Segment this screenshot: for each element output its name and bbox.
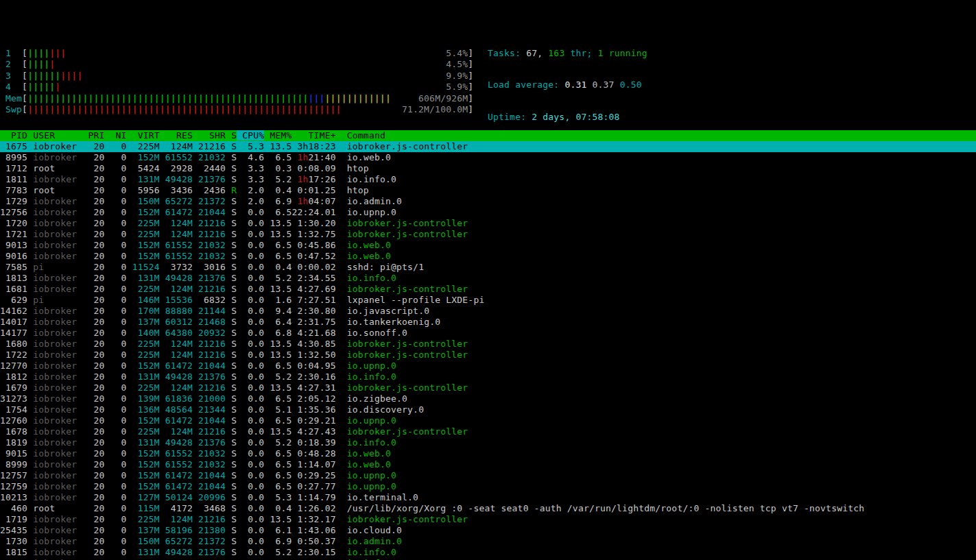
cell-shr: 21044 <box>193 481 226 491</box>
process-row[interactable]: 10213 iobroker 20 0 127M 50124 20996 S 0… <box>0 492 976 503</box>
cell-command: io.info.0 <box>347 372 396 382</box>
cell-mem: 6.9 <box>264 196 291 206</box>
process-row[interactable]: 12757 iobroker 20 0 152M 61472 21044 S 0… <box>0 470 976 481</box>
gap <box>336 361 347 371</box>
cell-user: iobroker <box>33 240 82 250</box>
cell-res: 48564 <box>160 404 193 415</box>
process-row[interactable]: 1730 iobroker 20 0 150M 65272 21372 S 0.… <box>0 536 976 547</box>
cell-user: iobroker <box>33 426 82 437</box>
process-row[interactable]: 9015 iobroker 20 0 152M 61552 21032 S 0.… <box>0 448 976 459</box>
cell-state: S <box>226 306 237 316</box>
process-row[interactable]: 1811 iobroker 20 0 131M 49428 21376 S 3.… <box>0 174 976 185</box>
cell-virt: 131M <box>127 547 160 557</box>
cell-user: iobroker <box>33 284 82 294</box>
process-row[interactable]: 1813 iobroker 20 0 131M 49428 21376 S 0.… <box>0 273 976 284</box>
process-row[interactable]: 1712 root 20 0 5424 2928 2440 S 3.3 0.3 … <box>0 163 976 174</box>
cell-cpu: 0.0 <box>237 393 264 404</box>
process-row[interactable]: 1681 iobroker 20 0 225M 124M 21216 S 0.0… <box>0 284 976 295</box>
process-row[interactable]: 14017 iobroker 20 0 137M 60312 21468 S 0… <box>0 317 976 328</box>
process-row[interactable]: 8995 iobroker 20 0 152M 61552 21032 S 4.… <box>0 152 976 163</box>
gap <box>336 152 347 162</box>
cell-cpu: 0.0 <box>237 525 264 535</box>
process-row[interactable]: 1722 iobroker 20 0 225M 124M 21216 S 0.0… <box>0 350 976 361</box>
cell-time: 0:29.25 <box>292 470 336 480</box>
process-row[interactable]: 7585 pi 20 0 11524 3732 3016 S 0.0 0.4 0… <box>0 262 976 273</box>
process-row[interactable]: 1680 iobroker 20 0 225M 124M 21216 S 0.0… <box>0 339 976 350</box>
cell-shr: 21380 <box>193 525 226 535</box>
cell-pid: 629 <box>0 295 27 305</box>
process-row[interactable]: 12756 iobroker 20 0 152M 61472 21044 S 0… <box>0 207 976 218</box>
cell-state: S <box>226 459 237 470</box>
cell-command: iobroker.js-controller <box>347 284 468 294</box>
gap <box>27 503 33 513</box>
process-row[interactable]: 25435 iobroker 20 0 137M 58196 21380 S 0… <box>0 525 976 536</box>
process-row[interactable]: 1720 iobroker 20 0 225M 124M 21216 S 0.0… <box>0 218 976 229</box>
cell-ni: 0 <box>105 481 127 491</box>
process-row[interactable]: 629 pi 20 0 146M 15536 6832 S 0.0 1.6 7:… <box>0 295 976 306</box>
cell-time-hours: 1h <box>292 152 309 162</box>
process-row[interactable]: 1819 iobroker 20 0 131M 49428 21376 S 0.… <box>0 437 976 448</box>
process-row[interactable]: 12759 iobroker 20 0 152M 61472 21044 S 0… <box>0 481 976 492</box>
cell-pri: 20 <box>82 251 104 261</box>
cell-command: io.upnp.0 <box>347 470 396 480</box>
process-row[interactable]: 14162 iobroker 20 0 170M 88880 21144 S 0… <box>0 306 976 317</box>
cell-shr: 21376 <box>193 273 226 283</box>
cell-mem: 5.2 <box>264 437 291 448</box>
cpu-meter-4-green-bars: ||||| <box>27 82 55 92</box>
process-row[interactable]: 1754 iobroker 20 0 136M 48564 21344 S 0.… <box>0 404 976 415</box>
process-row[interactable]: 12770 iobroker 20 0 152M 61472 21044 S 0… <box>0 361 976 372</box>
process-row[interactable]: 7783 root 20 0 5956 3436 2436 R 2.0 0.4 … <box>0 185 976 196</box>
cell-command: io.upnp.0 <box>347 207 396 217</box>
cell-virt: 152M <box>127 415 160 426</box>
cell-mem: 5.1 <box>264 404 291 415</box>
cell-res: 3732 <box>160 262 193 272</box>
cell-time: 4:27.43 <box>292 426 336 437</box>
process-row[interactable]: 1815 iobroker 20 0 131M 49428 21376 S 0.… <box>0 547 976 558</box>
cell-command: io.discovery.0 <box>347 404 424 415</box>
cell-virt: 152M <box>127 459 160 470</box>
cell-cpu: 0.0 <box>237 306 264 316</box>
gap <box>336 328 347 338</box>
cell-res: 49428 <box>160 437 193 448</box>
tasks-line: Tasks: 67, 163 thr; 1 running <box>488 48 647 59</box>
process-row[interactable]: 8999 iobroker 20 0 152M 61552 21032 S 0.… <box>0 459 976 470</box>
cell-res: 124M <box>160 382 193 393</box>
process-row[interactable]: 1679 iobroker 20 0 225M 124M 21216 S 0.0… <box>0 382 976 393</box>
process-row[interactable]: 14177 iobroker 20 0 140M 64380 20932 S 0… <box>0 328 976 339</box>
cell-pri: 20 <box>82 196 104 206</box>
cell-state: S <box>226 284 237 294</box>
cell-res: 15536 <box>160 295 193 305</box>
cell-virt: 225M <box>127 350 160 360</box>
cell-pri: 20 <box>82 339 104 349</box>
cell-user: root <box>33 185 82 195</box>
cell-res: 61472 <box>160 207 193 217</box>
load-fifteen: 0.50 <box>620 80 642 90</box>
process-row[interactable]: 31273 iobroker 20 0 139M 61836 21000 S 0… <box>0 393 976 404</box>
process-row[interactable]: 460 root 20 0 115M 4172 3468 S 0.0 0.4 1… <box>0 503 976 514</box>
cell-pri: 20 <box>82 174 104 184</box>
process-row[interactable]: 12760 iobroker 20 0 152M 61472 21044 S 0… <box>0 415 976 426</box>
cell-shr: 21044 <box>193 415 226 426</box>
memory-meter-blue-bars: ||| <box>309 93 325 104</box>
cell-cpu: 2.0 <box>237 185 264 195</box>
cell-ni: 0 <box>105 470 127 480</box>
process-row[interactable]: 1729 iobroker 20 0 150M 65272 21372 S 2.… <box>0 196 976 207</box>
cell-pri: 20 <box>82 273 104 283</box>
cell-virt: 131M <box>127 273 160 283</box>
cell-time: 0:01.25 <box>292 185 336 195</box>
process-row[interactable]: 1721 iobroker 20 0 225M 124M 21216 S 0.0… <box>0 229 976 240</box>
cell-pid: 1720 <box>0 218 27 228</box>
cell-pri: 20 <box>82 284 104 294</box>
process-row[interactable]: 9016 iobroker 20 0 152M 61552 21032 S 0.… <box>0 251 976 262</box>
cell-ni: 0 <box>105 328 127 338</box>
process-row[interactable]: 1719 iobroker 20 0 225M 124M 21216 S 0.0… <box>0 514 976 525</box>
cell-shr: 21032 <box>193 459 226 470</box>
process-row[interactable]: 1812 iobroker 20 0 131M 49428 21376 S 0.… <box>0 372 976 382</box>
gap <box>27 251 33 261</box>
cell-pid: 460 <box>0 503 27 513</box>
cell-state: S <box>226 481 237 491</box>
process-row[interactable]: 9013 iobroker 20 0 152M 61552 21032 S 0.… <box>0 240 976 251</box>
process-row[interactable]: 1678 iobroker 20 0 225M 124M 21216 S 0.0… <box>0 426 976 437</box>
cpu-meter-1-label: 1 <box>5 48 22 58</box>
bracket-close: ] <box>468 104 473 114</box>
